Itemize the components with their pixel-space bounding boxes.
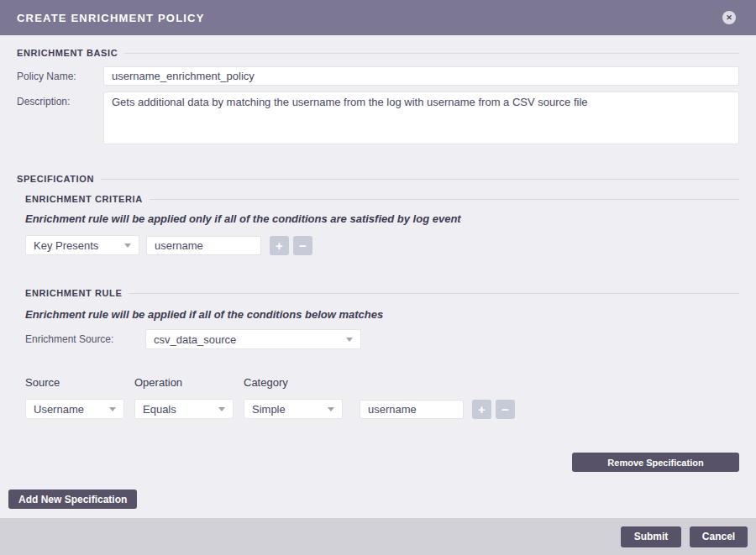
section-enrichment-criteria: ENRICHMENT CRITERIA: [25, 194, 739, 204]
rule-operation-select[interactable]: Equals: [134, 399, 234, 419]
criteria-condition-selected-value: Key Presents: [34, 239, 119, 252]
chevron-down-icon: [218, 407, 225, 411]
section-divider: [129, 293, 739, 294]
description-row: Description: Gets additional data by mat…: [17, 92, 739, 144]
criteria-hint-text: Enrichment rule will be applied only if …: [25, 212, 739, 225]
column-header-source: Source: [25, 376, 134, 389]
rule-source-selected-value: Username: [34, 403, 104, 416]
submit-button[interactable]: Submit: [621, 526, 681, 547]
create-enrichment-policy-dialog: CREATE ENRICHMENT POLICY ✕ ENRICHMENT BA…: [0, 0, 756, 555]
dialog-title: CREATE ENRICHMENT POLICY: [17, 12, 722, 24]
enrichment-source-row: Enrichment Source: csv_data_source: [25, 329, 739, 349]
column-header-category: Category: [244, 376, 353, 389]
criteria-condition-row: Key Presents + −: [25, 235, 739, 255]
section-enrichment-basic: ENRICHMENT BASIC: [17, 48, 739, 58]
policy-name-input[interactable]: [103, 66, 739, 86]
criteria-condition-select[interactable]: Key Presents: [25, 235, 139, 255]
section-divider: [101, 179, 739, 180]
section-label-specification: SPECIFICATION: [17, 174, 94, 184]
section-divider: [124, 53, 739, 54]
criteria-remove-condition-button[interactable]: −: [293, 236, 312, 255]
rule-remove-condition-button[interactable]: −: [496, 400, 515, 419]
section-enrichment-rule: ENRICHMENT RULE: [25, 288, 739, 298]
rule-condition-row: Username Equals Simple + −: [25, 399, 739, 419]
chevron-down-icon: [328, 407, 334, 411]
dialog-header: CREATE ENRICHMENT POLICY ✕: [0, 0, 756, 35]
policy-name-label: Policy Name:: [17, 66, 103, 86]
rule-category-select[interactable]: Simple: [244, 399, 343, 419]
dialog-footer: Submit Cancel: [0, 518, 756, 555]
add-new-specification-button[interactable]: Add New Specification: [8, 490, 137, 509]
specification-body: ENRICHMENT CRITERIA Enrichment rule will…: [17, 194, 739, 472]
section-divider: [150, 199, 739, 200]
cancel-button[interactable]: Cancel: [690, 526, 748, 547]
dialog-body: ENRICHMENT BASIC Policy Name: Descriptio…: [0, 35, 756, 518]
enrichment-source-selected-value: csv_data_source: [154, 333, 341, 346]
rule-category-selected-value: Simple: [252, 403, 323, 416]
rule-add-condition-button[interactable]: +: [472, 400, 491, 419]
section-label-enrichment-rule: ENRICHMENT RULE: [25, 288, 122, 298]
rule-column-headers: Source Operation Category: [25, 376, 739, 389]
policy-name-row: Policy Name:: [17, 66, 739, 86]
chevron-down-icon: [109, 407, 116, 411]
rule-source-select[interactable]: Username: [25, 399, 124, 419]
description-textarea[interactable]: Gets additional data by matching the use…: [103, 92, 739, 144]
chevron-down-icon: [346, 338, 353, 342]
description-label: Description:: [17, 92, 103, 144]
criteria-add-condition-button[interactable]: +: [270, 236, 289, 255]
remove-specification-row: Remove Specification: [25, 453, 739, 472]
section-label-enrichment-criteria: ENRICHMENT CRITERIA: [25, 194, 143, 204]
remove-specification-button[interactable]: Remove Specification: [572, 453, 739, 472]
column-header-operation: Operation: [134, 376, 244, 389]
enrichment-source-label: Enrichment Source:: [25, 333, 145, 345]
rule-operation-selected-value: Equals: [143, 403, 213, 416]
add-specification-row: Add New Specification: [8, 490, 739, 509]
close-icon[interactable]: ✕: [722, 11, 736, 24]
section-specification: SPECIFICATION: [17, 174, 739, 184]
chevron-down-icon: [124, 243, 131, 248]
enrichment-source-select[interactable]: csv_data_source: [145, 329, 361, 349]
rule-value-input[interactable]: [360, 400, 464, 419]
section-label-enrichment-basic: ENRICHMENT BASIC: [17, 48, 118, 58]
criteria-value-input[interactable]: [146, 236, 261, 255]
rule-hint-text: Enrichment rule will be applied if all o…: [25, 308, 739, 321]
